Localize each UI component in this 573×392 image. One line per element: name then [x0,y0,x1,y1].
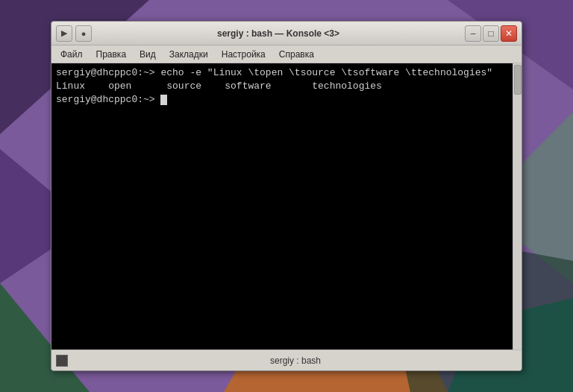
menu-bookmarks[interactable]: Закладки [163,48,214,61]
title-bar-right-buttons: – □ ✕ [465,25,517,42]
terminal-line3: sergiy@dhcppc0:~> [56,94,160,105]
terminal-wrapper: sergiy@dhcppc0:~> echo -e "Linux \topen … [51,63,522,350]
terminal-output[interactable]: sergiy@dhcppc0:~> echo -e "Linux \topen … [51,63,513,350]
menu-file[interactable]: Файл [54,48,89,61]
scrollbar[interactable] [513,63,522,350]
scrollbar-thumb[interactable] [514,65,522,95]
arrow-icon: ▶ [61,28,67,38]
terminal-cursor [160,95,167,105]
minimize-button[interactable]: – [465,25,481,42]
tb-circle-button[interactable]: ● [75,25,92,42]
close-icon: ✕ [505,28,513,39]
maximize-icon: □ [488,28,493,39]
title-bar: ▶ ● sergiy : bash — Konsole <3> – □ ✕ [51,22,522,45]
status-bar: sergiy : bash [51,350,522,370]
window-title: sergiy : bash — Konsole <3> [96,28,460,39]
menu-bar: Файл Правка Вид Закладки Настройка Справ… [51,45,522,63]
title-bar-left-buttons: ▶ ● [56,25,92,42]
close-button[interactable]: ✕ [501,25,517,42]
menu-help[interactable]: Справка [273,48,320,61]
minimize-icon: – [471,28,476,39]
konsole-window: ▶ ● sergiy : bash — Konsole <3> – □ ✕ Фа… [51,21,522,371]
maximize-button[interactable]: □ [483,25,499,42]
terminal-line2: Linux open source software technologies [56,80,382,92]
menu-settings[interactable]: Настройка [216,48,272,61]
circle-icon: ● [81,29,87,38]
status-icon [56,355,68,367]
status-text: sergiy : bash [74,355,517,366]
menu-edit[interactable]: Правка [90,48,133,61]
menu-view[interactable]: Вид [134,48,162,61]
terminal-line1: sergiy@dhcppc0:~> echo -e "Linux \topen … [56,67,492,78]
tb-arrow-button[interactable]: ▶ [56,25,72,42]
